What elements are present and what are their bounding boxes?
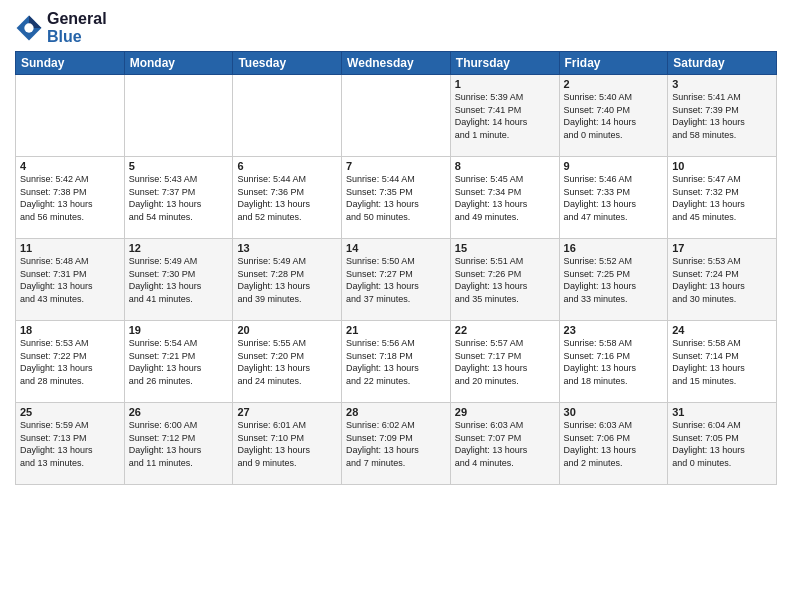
calendar-cell: 13Sunrise: 5:49 AM Sunset: 7:28 PM Dayli…: [233, 239, 342, 321]
day-number: 27: [237, 406, 337, 418]
week-row-3: 11Sunrise: 5:48 AM Sunset: 7:31 PM Dayli…: [16, 239, 777, 321]
day-info: Sunrise: 5:41 AM Sunset: 7:39 PM Dayligh…: [672, 91, 772, 141]
calendar-cell: [233, 75, 342, 157]
calendar-cell: 10Sunrise: 5:47 AM Sunset: 7:32 PM Dayli…: [668, 157, 777, 239]
day-number: 31: [672, 406, 772, 418]
page: General Blue SundayMondayTuesdayWednesda…: [0, 0, 792, 612]
calendar-cell: 2Sunrise: 5:40 AM Sunset: 7:40 PM Daylig…: [559, 75, 668, 157]
day-number: 19: [129, 324, 229, 336]
day-info: Sunrise: 5:56 AM Sunset: 7:18 PM Dayligh…: [346, 337, 446, 387]
day-number: 1: [455, 78, 555, 90]
logo-icon: [15, 14, 43, 42]
day-info: Sunrise: 5:53 AM Sunset: 7:22 PM Dayligh…: [20, 337, 120, 387]
day-number: 7: [346, 160, 446, 172]
day-number: 17: [672, 242, 772, 254]
day-info: Sunrise: 5:53 AM Sunset: 7:24 PM Dayligh…: [672, 255, 772, 305]
calendar-cell: 25Sunrise: 5:59 AM Sunset: 7:13 PM Dayli…: [16, 403, 125, 485]
week-row-1: 1Sunrise: 5:39 AM Sunset: 7:41 PM Daylig…: [16, 75, 777, 157]
calendar-cell: 16Sunrise: 5:52 AM Sunset: 7:25 PM Dayli…: [559, 239, 668, 321]
day-number: 25: [20, 406, 120, 418]
day-info: Sunrise: 5:49 AM Sunset: 7:28 PM Dayligh…: [237, 255, 337, 305]
day-number: 23: [564, 324, 664, 336]
calendar-cell: 21Sunrise: 5:56 AM Sunset: 7:18 PM Dayli…: [342, 321, 451, 403]
calendar-cell: 6Sunrise: 5:44 AM Sunset: 7:36 PM Daylig…: [233, 157, 342, 239]
day-number: 4: [20, 160, 120, 172]
calendar-cell: 18Sunrise: 5:53 AM Sunset: 7:22 PM Dayli…: [16, 321, 125, 403]
calendar-cell: 7Sunrise: 5:44 AM Sunset: 7:35 PM Daylig…: [342, 157, 451, 239]
day-info: Sunrise: 5:45 AM Sunset: 7:34 PM Dayligh…: [455, 173, 555, 223]
weekday-header-sunday: Sunday: [16, 52, 125, 75]
day-number: 28: [346, 406, 446, 418]
calendar-cell: 28Sunrise: 6:02 AM Sunset: 7:09 PM Dayli…: [342, 403, 451, 485]
day-info: Sunrise: 5:43 AM Sunset: 7:37 PM Dayligh…: [129, 173, 229, 223]
day-info: Sunrise: 6:00 AM Sunset: 7:12 PM Dayligh…: [129, 419, 229, 469]
calendar-cell: 20Sunrise: 5:55 AM Sunset: 7:20 PM Dayli…: [233, 321, 342, 403]
calendar-cell: 23Sunrise: 5:58 AM Sunset: 7:16 PM Dayli…: [559, 321, 668, 403]
weekday-header-friday: Friday: [559, 52, 668, 75]
calendar-cell: 15Sunrise: 5:51 AM Sunset: 7:26 PM Dayli…: [450, 239, 559, 321]
day-number: 16: [564, 242, 664, 254]
weekday-header-row: SundayMondayTuesdayWednesdayThursdayFrid…: [16, 52, 777, 75]
day-number: 11: [20, 242, 120, 254]
day-info: Sunrise: 5:58 AM Sunset: 7:14 PM Dayligh…: [672, 337, 772, 387]
day-info: Sunrise: 6:02 AM Sunset: 7:09 PM Dayligh…: [346, 419, 446, 469]
day-number: 15: [455, 242, 555, 254]
calendar-cell: [124, 75, 233, 157]
day-info: Sunrise: 5:46 AM Sunset: 7:33 PM Dayligh…: [564, 173, 664, 223]
day-number: 3: [672, 78, 772, 90]
logo: General Blue: [15, 10, 107, 45]
calendar-cell: 14Sunrise: 5:50 AM Sunset: 7:27 PM Dayli…: [342, 239, 451, 321]
calendar-cell: 30Sunrise: 6:03 AM Sunset: 7:06 PM Dayli…: [559, 403, 668, 485]
calendar-cell: 27Sunrise: 6:01 AM Sunset: 7:10 PM Dayli…: [233, 403, 342, 485]
day-number: 21: [346, 324, 446, 336]
day-info: Sunrise: 5:47 AM Sunset: 7:32 PM Dayligh…: [672, 173, 772, 223]
day-number: 22: [455, 324, 555, 336]
day-number: 8: [455, 160, 555, 172]
day-number: 20: [237, 324, 337, 336]
calendar-cell: 24Sunrise: 5:58 AM Sunset: 7:14 PM Dayli…: [668, 321, 777, 403]
day-number: 14: [346, 242, 446, 254]
calendar-cell: 9Sunrise: 5:46 AM Sunset: 7:33 PM Daylig…: [559, 157, 668, 239]
day-info: Sunrise: 5:52 AM Sunset: 7:25 PM Dayligh…: [564, 255, 664, 305]
week-row-4: 18Sunrise: 5:53 AM Sunset: 7:22 PM Dayli…: [16, 321, 777, 403]
day-info: Sunrise: 5:55 AM Sunset: 7:20 PM Dayligh…: [237, 337, 337, 387]
calendar-table: SundayMondayTuesdayWednesdayThursdayFrid…: [15, 51, 777, 485]
day-info: Sunrise: 5:39 AM Sunset: 7:41 PM Dayligh…: [455, 91, 555, 141]
day-info: Sunrise: 6:03 AM Sunset: 7:06 PM Dayligh…: [564, 419, 664, 469]
svg-point-2: [24, 23, 33, 32]
weekday-header-tuesday: Tuesday: [233, 52, 342, 75]
day-info: Sunrise: 6:03 AM Sunset: 7:07 PM Dayligh…: [455, 419, 555, 469]
day-info: Sunrise: 5:57 AM Sunset: 7:17 PM Dayligh…: [455, 337, 555, 387]
day-number: 6: [237, 160, 337, 172]
day-info: Sunrise: 5:59 AM Sunset: 7:13 PM Dayligh…: [20, 419, 120, 469]
day-info: Sunrise: 5:51 AM Sunset: 7:26 PM Dayligh…: [455, 255, 555, 305]
calendar-cell: 11Sunrise: 5:48 AM Sunset: 7:31 PM Dayli…: [16, 239, 125, 321]
day-number: 2: [564, 78, 664, 90]
day-number: 29: [455, 406, 555, 418]
day-info: Sunrise: 5:42 AM Sunset: 7:38 PM Dayligh…: [20, 173, 120, 223]
day-number: 13: [237, 242, 337, 254]
calendar-cell: 8Sunrise: 5:45 AM Sunset: 7:34 PM Daylig…: [450, 157, 559, 239]
day-info: Sunrise: 6:04 AM Sunset: 7:05 PM Dayligh…: [672, 419, 772, 469]
calendar-cell: 26Sunrise: 6:00 AM Sunset: 7:12 PM Dayli…: [124, 403, 233, 485]
day-number: 30: [564, 406, 664, 418]
day-info: Sunrise: 5:44 AM Sunset: 7:36 PM Dayligh…: [237, 173, 337, 223]
calendar-cell: 19Sunrise: 5:54 AM Sunset: 7:21 PM Dayli…: [124, 321, 233, 403]
calendar-cell: 31Sunrise: 6:04 AM Sunset: 7:05 PM Dayli…: [668, 403, 777, 485]
day-number: 10: [672, 160, 772, 172]
weekday-header-monday: Monday: [124, 52, 233, 75]
calendar-cell: 3Sunrise: 5:41 AM Sunset: 7:39 PM Daylig…: [668, 75, 777, 157]
day-number: 26: [129, 406, 229, 418]
logo-text: General Blue: [47, 10, 107, 45]
day-info: Sunrise: 5:58 AM Sunset: 7:16 PM Dayligh…: [564, 337, 664, 387]
day-number: 5: [129, 160, 229, 172]
day-info: Sunrise: 5:50 AM Sunset: 7:27 PM Dayligh…: [346, 255, 446, 305]
calendar-cell: 5Sunrise: 5:43 AM Sunset: 7:37 PM Daylig…: [124, 157, 233, 239]
day-info: Sunrise: 5:40 AM Sunset: 7:40 PM Dayligh…: [564, 91, 664, 141]
day-info: Sunrise: 5:49 AM Sunset: 7:30 PM Dayligh…: [129, 255, 229, 305]
week-row-2: 4Sunrise: 5:42 AM Sunset: 7:38 PM Daylig…: [16, 157, 777, 239]
calendar-cell: 12Sunrise: 5:49 AM Sunset: 7:30 PM Dayli…: [124, 239, 233, 321]
day-number: 18: [20, 324, 120, 336]
weekday-header-thursday: Thursday: [450, 52, 559, 75]
calendar-cell: 4Sunrise: 5:42 AM Sunset: 7:38 PM Daylig…: [16, 157, 125, 239]
